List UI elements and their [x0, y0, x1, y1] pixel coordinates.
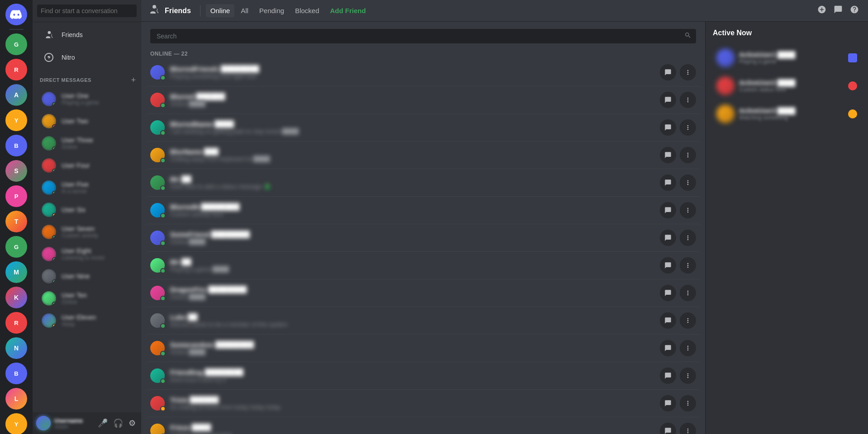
more-options-button[interactable]: [680, 64, 696, 80]
more-options-button[interactable]: [680, 423, 696, 434]
server-icon[interactable]: G: [5, 33, 27, 55]
tab-all[interactable]: All: [236, 4, 253, 17]
server-icon[interactable]: Y: [5, 413, 27, 434]
table-row[interactable]: BlurredFriend1 ████████ Playing somethin…: [145, 59, 701, 86]
more-options-button[interactable]: [680, 92, 696, 108]
sidebar-item-nitro[interactable]: Nitro: [36, 47, 138, 68]
more-options-button[interactable]: [680, 285, 696, 301]
server-icon[interactable]: G: [5, 236, 27, 258]
table-row[interactable]: Friendling ████████ Dont trust it dont t…: [145, 362, 701, 389]
active-user-name: ActiveUser3 ████: [739, 107, 844, 114]
more-options-button[interactable]: [680, 175, 696, 191]
list-item[interactable]: User Seven Custom activity: [36, 221, 138, 243]
more-options-button[interactable]: [680, 340, 696, 356]
table-row[interactable]: SomeFriend ████████ Online ████: [145, 224, 701, 251]
list-item[interactable]: User Two: [36, 110, 138, 132]
friend-actions: [660, 395, 696, 411]
list-item[interactable]: User Three Online: [36, 132, 138, 154]
server-icon[interactable]: N: [5, 337, 27, 359]
game-icon: [848, 53, 857, 62]
deafen-button[interactable]: 🎧: [111, 416, 125, 430]
list-item[interactable]: ActiveUser2 ████ Custom status here: [713, 72, 861, 99]
list-item[interactable]: User Nine: [36, 265, 138, 287]
server-icon[interactable]: A: [5, 84, 27, 106]
message-button[interactable]: [660, 119, 676, 136]
table-row[interactable]: Trixie ██████ Im chilling at home from t…: [145, 389, 701, 417]
server-icon[interactable]: M: [5, 261, 27, 283]
message-button[interactable]: [660, 147, 676, 163]
list-item[interactable]: User One Playing a game: [36, 88, 138, 110]
table-row[interactable]: Frieze ████ Custom status text here: [145, 417, 701, 434]
list-item[interactable]: User Six: [36, 199, 138, 221]
message-button[interactable]: [660, 312, 676, 329]
mute-button[interactable]: 🎤: [96, 416, 110, 430]
message-button[interactable]: [660, 285, 676, 301]
tab-blocked[interactable]: Blocked: [291, 4, 324, 17]
table-row[interactable]: Luke ██ Discord wants to be a member of …: [145, 307, 701, 334]
server-icon[interactable]: P: [5, 185, 27, 207]
list-item[interactable]: User Eight Listening to music: [36, 243, 138, 265]
message-button[interactable]: [660, 230, 676, 246]
sidebar-item-friends[interactable]: Friends: [36, 24, 138, 46]
table-row[interactable]: Blr ██ Playing a game ████: [145, 251, 701, 279]
message-button[interactable]: [660, 257, 676, 274]
more-options-button[interactable]: [680, 147, 696, 163]
table-row[interactable]: BlurredName ████ I am working on getting…: [145, 113, 701, 141]
table-row[interactable]: Somerandom ████████ Online ████: [145, 334, 701, 362]
table-row[interactable]: Blr ██ Click here to add a status messag…: [145, 169, 701, 196]
more-options-button[interactable]: [680, 368, 696, 384]
server-icon[interactable]: B: [5, 135, 27, 156]
message-button[interactable]: [660, 92, 676, 108]
settings-button[interactable]: ⚙: [127, 416, 138, 430]
server-icon[interactable]: K: [5, 287, 27, 308]
message-button[interactable]: [660, 395, 676, 411]
active-user-name: ActiveUser2 ████: [739, 79, 844, 86]
server-icon[interactable]: L: [5, 388, 27, 410]
active-now-sidebar: Active Now ActiveUser1 ████ Playing a ga…: [705, 22, 868, 434]
message-button[interactable]: [660, 368, 676, 384]
message-button[interactable]: [660, 64, 676, 80]
server-icon[interactable]: S: [5, 160, 27, 182]
list-item[interactable]: ActiveUser1 ████ Playing a game: [713, 44, 861, 71]
message-button[interactable]: [660, 340, 676, 356]
list-item[interactable]: User Four: [36, 155, 138, 176]
more-options-button[interactable]: [680, 312, 696, 329]
list-item[interactable]: ActiveUser3 ████ Watching something: [713, 100, 861, 127]
more-options-button[interactable]: [680, 257, 696, 274]
help-button[interactable]: [848, 3, 861, 18]
tab-pending[interactable]: Pending: [255, 4, 289, 17]
table-row[interactable]: DragonFire ████████ Online ████: [145, 279, 701, 307]
friend-actions: [660, 257, 696, 274]
tab-online[interactable]: Online: [206, 4, 234, 17]
server-icon[interactable]: R: [5, 312, 27, 334]
friends-search-input[interactable]: [155, 29, 684, 43]
more-options-button[interactable]: [680, 202, 696, 218]
server-icon[interactable]: R: [5, 59, 27, 80]
status-indicator: [160, 378, 166, 384]
more-options-button[interactable]: [680, 230, 696, 246]
table-row[interactable]: BlurredN ████████ Custom activity here: [145, 196, 701, 224]
tab-add-friend[interactable]: Add Friend: [325, 4, 370, 17]
message-button[interactable]: [660, 202, 676, 218]
message-button[interactable]: [660, 175, 676, 191]
more-options-button[interactable]: [680, 395, 696, 411]
server-icon[interactable]: B: [5, 363, 27, 384]
friends-icon: [42, 28, 56, 42]
home-button[interactable]: [5, 4, 27, 25]
add-dm-button[interactable]: +: [129, 76, 138, 84]
table-row[interactable]: BlurName ███ Chilling away from keyboard…: [145, 141, 701, 169]
inbox-button[interactable]: [832, 3, 844, 18]
list-item[interactable]: User Five In a server: [36, 177, 138, 198]
new-group-dm-button[interactable]: [816, 3, 828, 18]
dm-search-bar[interactable]: [33, 0, 141, 22]
server-icon[interactable]: Y: [5, 109, 27, 131]
dm-search-input[interactable]: [37, 5, 137, 17]
message-button[interactable]: [660, 423, 676, 434]
list-item[interactable]: User Ten Online: [36, 288, 138, 309]
table-row[interactable]: Blurred ██████ Online ████: [145, 86, 701, 113]
server-icon[interactable]: T: [5, 211, 27, 232]
friend-status: Online ████: [170, 238, 654, 245]
list-item[interactable]: User Eleven Away: [36, 310, 138, 331]
server-initials: B: [14, 370, 18, 377]
more-options-button[interactable]: [680, 119, 696, 136]
